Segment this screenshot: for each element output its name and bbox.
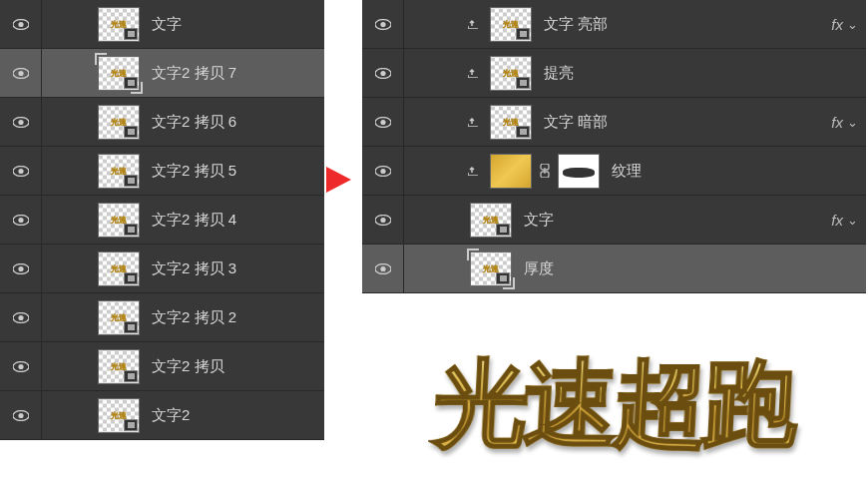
layer-row[interactable]: 光速 文字2 拷贝 4 [0, 196, 324, 245]
smart-object-badge-icon [124, 224, 138, 236]
clip-indicator-icon [468, 166, 478, 176]
layer-row[interactable]: 光速 提亮 [362, 49, 866, 98]
visibility-toggle[interactable] [0, 293, 42, 341]
layer-thumbnail[interactable]: 光速 [470, 251, 512, 286]
visibility-toggle[interactable] [362, 98, 404, 146]
layer-name-label[interactable]: 文字2 拷贝 3 [152, 259, 324, 278]
layer-thumbnail[interactable]: 光速 [98, 154, 140, 189]
visibility-eye-icon[interactable] [375, 166, 391, 177]
layer-thumbnail[interactable]: 光速 [98, 300, 140, 335]
result-preview: 光速超跑 [364, 317, 863, 492]
layer-row[interactable]: 光速 文字2 拷贝 5 [0, 147, 324, 196]
arrow-icon [326, 167, 351, 193]
layer-name-label[interactable]: 纹理 [612, 162, 866, 181]
visibility-toggle[interactable] [0, 49, 42, 97]
mask-thumbnail[interactable] [558, 154, 600, 189]
visibility-toggle[interactable] [0, 147, 42, 195]
layer-thumbnail[interactable]: 光速 [490, 105, 532, 140]
fx-badge[interactable]: fx [831, 114, 843, 131]
smart-object-badge-icon [124, 28, 138, 40]
visibility-toggle[interactable] [362, 147, 404, 195]
layer-row[interactable]: 光速 文字2 [0, 391, 324, 440]
visibility-eye-icon[interactable] [375, 263, 391, 274]
visibility-toggle[interactable] [362, 0, 404, 48]
visibility-eye-icon[interactable] [13, 19, 29, 30]
layer-name-label[interactable]: 文字 [524, 211, 831, 230]
layer-thumbnail[interactable]: 光速 [98, 105, 140, 140]
clip-indicator-icon [468, 68, 478, 78]
layer-thumbnail[interactable]: 光速 [98, 7, 140, 42]
layer-thumbnail[interactable]: 光速 [98, 349, 140, 384]
layer-name-label[interactable]: 文字2 [152, 406, 324, 425]
smart-object-badge-icon [516, 28, 530, 40]
layer-thumbnail[interactable]: 光速 [98, 203, 140, 238]
layer-name-label[interactable]: 文字2 拷贝 6 [152, 113, 324, 132]
layer-name-label[interactable]: 提亮 [544, 64, 866, 83]
visibility-toggle[interactable] [362, 196, 404, 244]
layer-thumbnail[interactable]: 光速 [490, 7, 532, 42]
layer-name-label[interactable]: 文字 亮部 [544, 15, 831, 34]
visibility-eye-icon[interactable] [13, 410, 29, 421]
layer-row[interactable]: 光速 文字 暗部 fx⌄ [362, 98, 866, 147]
left-layers-panel: 光速 文字 光速 文字2 拷贝 7 光速 文字2 拷贝 6 光速 文字2 拷贝 … [0, 0, 324, 440]
visibility-eye-icon[interactable] [13, 361, 29, 372]
visibility-eye-icon[interactable] [375, 215, 391, 226]
layer-name-label[interactable]: 文字 [152, 15, 324, 34]
clip-indicator-icon [468, 19, 478, 29]
smart-object-badge-icon [124, 126, 138, 138]
visibility-eye-icon[interactable] [13, 215, 29, 226]
smart-object-badge-icon [124, 419, 138, 431]
layer-row[interactable]: 光速 厚度 [362, 245, 866, 293]
layer-name-label[interactable]: 厚度 [524, 259, 866, 278]
fx-badge[interactable]: fx [831, 212, 843, 229]
visibility-toggle[interactable] [0, 245, 42, 292]
layer-row[interactable]: 光速 文字2 拷贝 2 [0, 293, 324, 342]
smart-object-badge-icon [124, 321, 138, 333]
visibility-toggle[interactable] [0, 391, 42, 439]
layer-thumbnail[interactable]: 光速 [490, 56, 532, 91]
visibility-eye-icon[interactable] [375, 68, 391, 79]
visibility-eye-icon[interactable] [375, 19, 391, 30]
right-layers-panel: 光速 文字 亮部 fx⌄ 光速 提亮 光速 文字 暗部 fx⌄ 纹理 光速 文字… [362, 0, 866, 293]
layer-row[interactable]: 光速 文字 亮部 fx⌄ [362, 0, 866, 49]
smart-object-badge-icon [124, 272, 138, 284]
visibility-toggle[interactable] [362, 245, 404, 292]
layer-row[interactable]: 光速 文字2 拷贝 6 [0, 98, 324, 147]
visibility-toggle[interactable] [0, 98, 42, 146]
layer-name-label[interactable]: 文字2 拷贝 5 [152, 162, 324, 181]
layer-row[interactable]: 光速 文字2 拷贝 3 [0, 245, 324, 293]
visibility-eye-icon[interactable] [13, 117, 29, 128]
fx-badge[interactable]: fx [831, 16, 843, 33]
mask-link-icon[interactable] [540, 164, 550, 178]
smart-object-badge-icon [496, 224, 510, 236]
visibility-toggle[interactable] [0, 0, 42, 48]
layer-thumbnail[interactable]: 光速 [470, 203, 512, 238]
layer-row[interactable]: 光速 文字2 拷贝 [0, 342, 324, 391]
fx-expand-icon[interactable]: ⌄ [847, 115, 858, 130]
layer-thumbnail[interactable]: 光速 [98, 398, 140, 433]
layer-thumbnail[interactable]: 光速 [98, 251, 140, 286]
layer-row[interactable]: 光速 文字 fx⌄ [362, 196, 866, 245]
fx-expand-icon[interactable]: ⌄ [847, 213, 858, 228]
layer-name-label[interactable]: 文字 暗部 [544, 113, 831, 132]
visibility-eye-icon[interactable] [375, 117, 391, 128]
visibility-toggle[interactable] [0, 196, 42, 244]
visibility-eye-icon[interactable] [13, 166, 29, 177]
layer-name-label[interactable]: 文字2 拷贝 4 [152, 211, 324, 230]
visibility-eye-icon[interactable] [13, 68, 29, 79]
visibility-eye-icon[interactable] [13, 312, 29, 323]
visibility-toggle[interactable] [362, 49, 404, 97]
smart-object-badge-icon [516, 77, 530, 89]
layer-name-label[interactable]: 文字2 拷贝 7 [152, 64, 324, 83]
result-text: 光速超跑 [431, 341, 797, 469]
visibility-toggle[interactable] [0, 342, 42, 390]
layer-thumbnail[interactable]: 光速 [98, 56, 140, 91]
layer-row[interactable]: 光速 文字 [0, 0, 324, 49]
visibility-eye-icon[interactable] [13, 263, 29, 274]
layer-row[interactable]: 光速 文字2 拷贝 7 [0, 49, 324, 98]
layer-thumbnail[interactable] [490, 154, 532, 189]
fx-expand-icon[interactable]: ⌄ [847, 17, 858, 32]
layer-row[interactable]: 纹理 [362, 147, 866, 196]
layer-name-label[interactable]: 文字2 拷贝 [152, 357, 324, 376]
layer-name-label[interactable]: 文字2 拷贝 2 [152, 308, 324, 327]
